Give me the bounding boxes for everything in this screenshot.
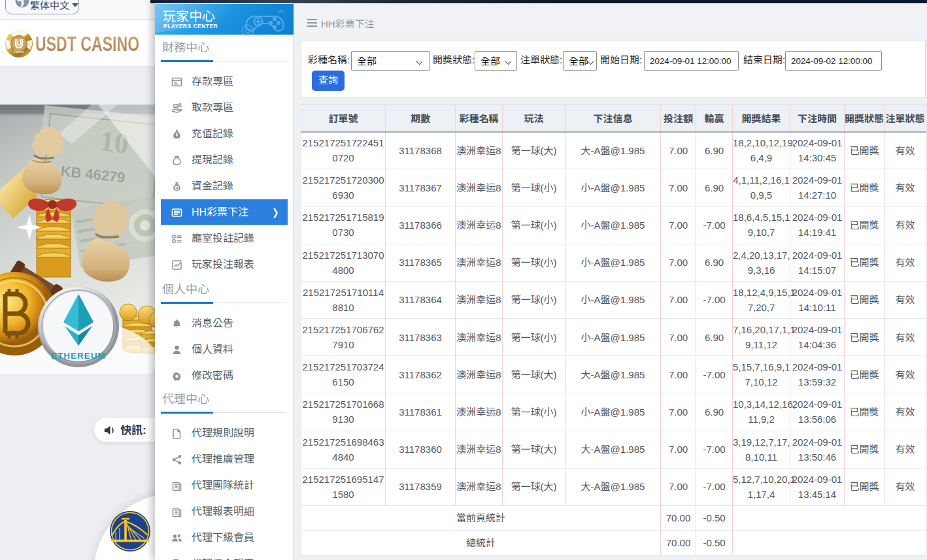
svg-text:ETHEREUM: ETHEREUM — [51, 351, 106, 361]
svg-text:Casino: Casino — [14, 50, 24, 54]
